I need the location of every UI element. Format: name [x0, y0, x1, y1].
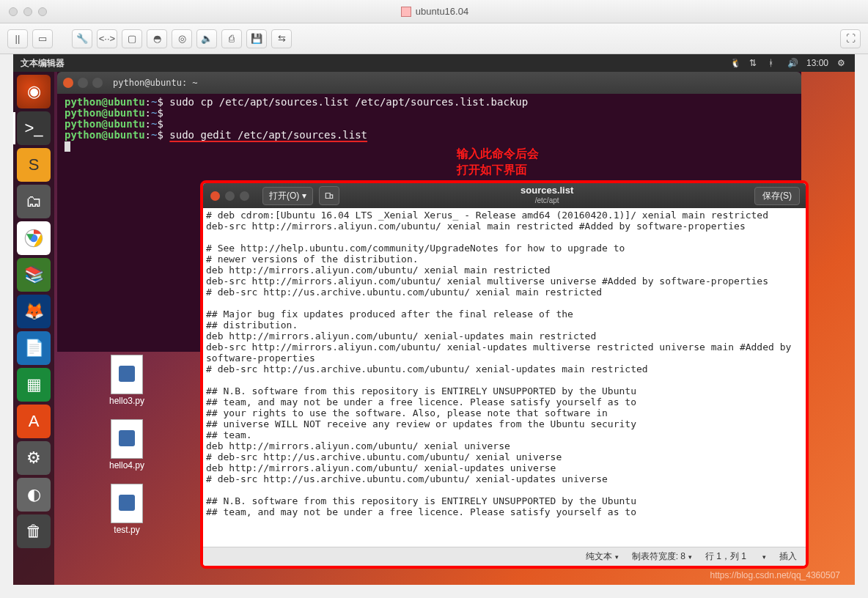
python-file-icon	[111, 355, 143, 394]
ubuntu-desktop: 文本编辑器 🐧 ⇅ ᚼ 🔊 13:00 ⚙ ◉ >_ S 🗂 📚 �	[13, 54, 855, 585]
sound-icon[interactable]: 🔈	[196, 29, 217, 48]
python-file-icon	[111, 419, 143, 459]
vm-icon	[401, 7, 411, 17]
command-line-1: sudo cp /etc/apt/sources.list /etc/apt/s…	[169, 96, 528, 108]
cursor-position-label: 行 1，列 1	[705, 550, 746, 563]
disk-icon[interactable]: ◓	[147, 29, 167, 48]
launcher-books[interactable]: 📚	[17, 258, 51, 292]
tools-icon[interactable]: 🔧	[72, 29, 92, 48]
terminal-minimize-button[interactable]	[78, 78, 88, 88]
launcher-updates[interactable]: ◐	[17, 478, 51, 512]
gedit-highlight-border: 打开(O) ▾ sources.list /etc/apt 保存(S) # de…	[200, 180, 809, 569]
vm-toolbar: || ▭ 🔧 <··> ▢ ◓ ◎ 🔈 ⎙ 💾 ⇆ ⛶	[0, 23, 868, 54]
gedit-close-button[interactable]	[210, 191, 220, 201]
launcher-settings[interactable]: ⚙	[17, 441, 51, 475]
gedit-new-tab-button[interactable]	[319, 186, 339, 205]
active-app-title: 文本编辑器	[21, 57, 65, 70]
mac-close-button[interactable]	[9, 7, 18, 16]
ubuntu-top-panel: 文本编辑器 🐧 ⇅ ᚼ 🔊 13:00 ⚙	[13, 54, 855, 72]
terminal-maximize-button[interactable]	[92, 78, 103, 88]
gedit-window[interactable]: 打开(O) ▾ sources.list /etc/apt 保存(S) # de…	[203, 183, 806, 566]
gear-icon[interactable]: ⚙	[837, 58, 847, 68]
clock-label[interactable]: 13:00	[806, 58, 828, 68]
launcher-files[interactable]: 🗂	[17, 185, 51, 218]
gedit-save-button[interactable]: 保存(S)	[754, 187, 800, 205]
launcher-dash[interactable]: ◉	[17, 75, 51, 108]
chevron-down-icon[interactable]: ▾	[762, 553, 766, 561]
gedit-open-button[interactable]: 打开(O) ▾	[262, 187, 313, 205]
chevron-down-icon: ▾	[302, 191, 306, 201]
cd-icon[interactable]: ◎	[172, 29, 192, 48]
launcher-chrome[interactable]	[17, 221, 51, 255]
annotation-text: 输入此命令后会 打开如下界面	[457, 146, 539, 178]
gedit-maximize-button[interactable]	[240, 191, 249, 201]
command-line-4: sudo gedit /etc/apt/sources.list	[169, 129, 367, 141]
unity-launcher: ◉ >_ S 🗂 📚 🦊 📄 ▦ A ⚙ ◐ 🗑	[13, 72, 54, 585]
gedit-statusbar: 纯文本▾ 制表符宽度: 8▾ 行 1，列 1 ▾ 插入	[203, 547, 806, 566]
launcher-writer[interactable]: 📄	[17, 331, 51, 365]
launcher-terminal[interactable]: >_	[17, 111, 51, 145]
gedit-minimize-button[interactable]	[225, 191, 235, 201]
pause-button[interactable]: ||	[7, 29, 28, 48]
insert-mode-label: 插入	[779, 550, 797, 563]
volume-icon[interactable]: 🔊	[787, 58, 798, 68]
mac-minimize-button[interactable]	[23, 7, 32, 16]
launcher-trash[interactable]: 🗑	[17, 514, 51, 548]
usb-icon[interactable]: ⇆	[271, 29, 292, 48]
mac-maximize-button[interactable]	[38, 7, 47, 16]
vm-window-titlebar: ubuntu16.04	[0, 0, 868, 23]
display-icon[interactable]: ▢	[122, 29, 142, 48]
bluetooth-icon[interactable]: ᚼ	[768, 58, 779, 68]
desktop-file-hello3[interactable]: hello3.py	[101, 355, 152, 406]
gedit-text-area[interactable]: # deb cdrom:[Ubuntu 16.04 LTS _Xenial Xe…	[203, 208, 806, 547]
gedit-titlebar[interactable]: 打开(O) ▾ sources.list /etc/apt 保存(S)	[203, 183, 806, 208]
terminal-titlebar[interactable]: python@ubuntu: ~	[57, 72, 801, 94]
gedit-title: sources.list /etc/apt	[339, 185, 754, 206]
syntax-mode-dropdown[interactable]: 纯文本▾	[586, 550, 619, 563]
updown-icon[interactable]: ⇅	[749, 58, 760, 68]
tab-width-dropdown[interactable]: 制表符宽度: 8▾	[632, 550, 692, 563]
penguin-icon[interactable]: 🐧	[730, 58, 740, 68]
launcher-calc[interactable]: ▦	[17, 368, 51, 402]
watermark-text: https://blog.csdn.net/qq_4360507	[710, 570, 840, 580]
terminal-cursor	[65, 141, 70, 152]
snapshot-button[interactable]: ▭	[32, 29, 53, 48]
launcher-software[interactable]: A	[17, 405, 51, 438]
floppy-icon[interactable]: 💾	[246, 29, 267, 48]
terminal-title: python@ubuntu: ~	[113, 78, 198, 89]
fullscreen-button[interactable]: ⛶	[840, 29, 861, 48]
network-icon[interactable]: <··>	[97, 29, 117, 48]
desktop-file-hello4[interactable]: hello4.py	[101, 419, 152, 470]
terminal-close-button[interactable]	[63, 78, 73, 88]
vm-title: ubuntu16.04	[416, 6, 468, 17]
python-file-icon	[111, 484, 143, 523]
launcher-firefox[interactable]: 🦊	[17, 295, 51, 328]
desktop-file-test[interactable]: test.py	[101, 484, 152, 535]
launcher-sublime[interactable]: S	[17, 148, 51, 182]
terminal-body[interactable]: python@ubuntu:~$ sudo cp /etc/apt/source…	[57, 94, 801, 155]
printer-icon[interactable]: ⎙	[221, 29, 242, 48]
